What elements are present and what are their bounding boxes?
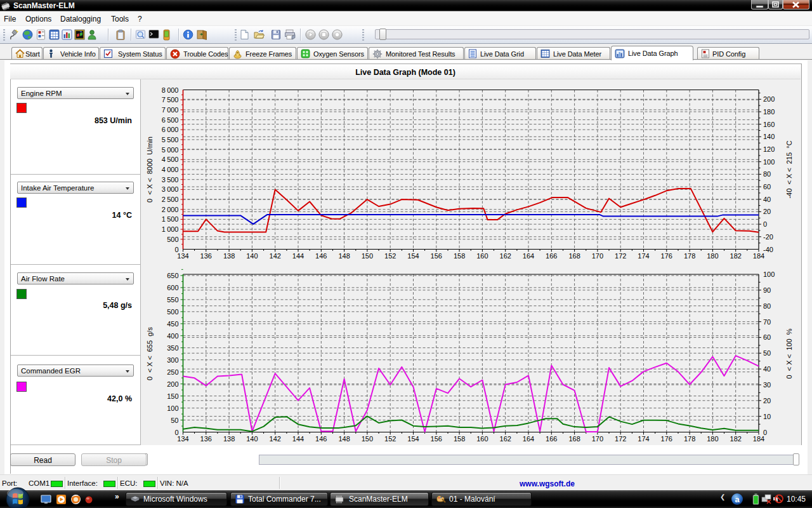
svg-text:152: 152 xyxy=(384,252,396,260)
svg-text:160: 160 xyxy=(763,121,775,128)
svg-text:144: 144 xyxy=(292,435,304,443)
svg-text:180: 180 xyxy=(763,108,775,116)
svg-text:6 000: 6 000 xyxy=(162,126,179,133)
svg-text:5 000: 5 000 xyxy=(162,146,179,154)
svg-text:650: 650 xyxy=(167,272,178,279)
svg-text:40: 40 xyxy=(763,196,771,203)
svg-text:136: 136 xyxy=(200,435,212,443)
svg-text:156: 156 xyxy=(431,435,442,443)
svg-text:100: 100 xyxy=(167,404,178,412)
svg-text:7 000: 7 000 xyxy=(162,106,179,114)
svg-text:138: 138 xyxy=(223,252,235,260)
svg-text:100: 100 xyxy=(763,158,775,166)
svg-text:154: 154 xyxy=(407,435,419,443)
svg-text:0 < X < 100 %: 0 < X < 100 % xyxy=(785,328,793,378)
svg-text:136: 136 xyxy=(200,252,212,260)
svg-text:300: 300 xyxy=(167,356,178,364)
svg-text:158: 158 xyxy=(454,435,465,443)
svg-text:174: 174 xyxy=(638,252,649,260)
svg-text:146: 146 xyxy=(315,252,327,260)
svg-text:50: 50 xyxy=(171,417,178,424)
svg-text:8 000: 8 000 xyxy=(162,86,179,94)
svg-text:2 500: 2 500 xyxy=(162,196,179,203)
svg-text:450: 450 xyxy=(167,320,178,328)
svg-text:154: 154 xyxy=(407,252,419,260)
svg-text:550: 550 xyxy=(167,296,178,304)
svg-text:148: 148 xyxy=(338,252,350,260)
svg-text:172: 172 xyxy=(615,435,626,443)
svg-text:140: 140 xyxy=(246,252,258,260)
svg-text:140: 140 xyxy=(246,435,258,443)
svg-text:500: 500 xyxy=(167,236,178,243)
svg-text:142: 142 xyxy=(270,252,281,260)
svg-text:164: 164 xyxy=(523,435,534,443)
svg-text:100: 100 xyxy=(763,271,775,278)
svg-text:148: 148 xyxy=(338,435,350,443)
svg-text:170: 170 xyxy=(592,435,603,443)
svg-text:166: 166 xyxy=(546,435,557,443)
svg-text:-20: -20 xyxy=(763,233,773,241)
svg-text:30: 30 xyxy=(763,381,771,389)
svg-text:160: 160 xyxy=(476,435,488,443)
svg-text:138: 138 xyxy=(223,435,235,443)
svg-text:184: 184 xyxy=(753,435,764,443)
svg-text:40: 40 xyxy=(763,365,771,373)
svg-text:150: 150 xyxy=(362,252,373,260)
svg-text:200: 200 xyxy=(167,380,178,388)
svg-text:134: 134 xyxy=(177,252,188,260)
svg-text:164: 164 xyxy=(523,252,534,260)
svg-text:174: 174 xyxy=(638,435,649,443)
svg-text:146: 146 xyxy=(315,435,327,443)
svg-text:500: 500 xyxy=(167,308,178,316)
svg-text:168: 168 xyxy=(568,435,580,443)
svg-text:60: 60 xyxy=(763,183,771,190)
svg-text:120: 120 xyxy=(763,145,775,153)
svg-text:80: 80 xyxy=(763,170,771,178)
svg-text:182: 182 xyxy=(730,435,742,443)
svg-text:250: 250 xyxy=(167,368,178,376)
svg-text:1 500: 1 500 xyxy=(162,215,179,223)
svg-text:400: 400 xyxy=(167,332,178,340)
svg-text:0 < X < 8000 U/min: 0 < X < 8000 U/min xyxy=(146,137,154,203)
svg-text:1 000: 1 000 xyxy=(162,225,179,233)
svg-text:178: 178 xyxy=(684,252,695,260)
svg-text:170: 170 xyxy=(592,252,603,260)
svg-text:162: 162 xyxy=(500,252,511,260)
svg-text:180: 180 xyxy=(707,252,718,260)
svg-text:70: 70 xyxy=(763,318,771,326)
svg-text:166: 166 xyxy=(546,252,557,260)
svg-text:200: 200 xyxy=(763,95,775,103)
svg-text:0 < X < 655 g/s: 0 < X < 655 g/s xyxy=(146,327,154,380)
svg-text:6 500: 6 500 xyxy=(162,116,179,124)
svg-text:180: 180 xyxy=(707,435,718,443)
svg-text:5 500: 5 500 xyxy=(162,136,179,144)
svg-text:4 500: 4 500 xyxy=(162,156,179,163)
svg-text:168: 168 xyxy=(568,252,580,260)
svg-text:a: a xyxy=(735,495,740,504)
svg-text:150: 150 xyxy=(362,435,373,443)
svg-text:2 000: 2 000 xyxy=(162,206,179,213)
svg-text:350: 350 xyxy=(167,344,178,352)
svg-text:156: 156 xyxy=(431,252,442,260)
svg-text:50: 50 xyxy=(763,349,771,357)
svg-text:184: 184 xyxy=(753,252,764,260)
svg-text:20: 20 xyxy=(763,397,771,404)
svg-text:150: 150 xyxy=(167,392,178,400)
svg-text:4 000: 4 000 xyxy=(162,166,179,173)
svg-text:176: 176 xyxy=(661,435,672,443)
svg-text:0: 0 xyxy=(763,220,767,228)
svg-text:-40 < X < 215 °C: -40 < X < 215 °C xyxy=(785,140,793,198)
svg-text:10: 10 xyxy=(763,413,771,420)
svg-text:7 500: 7 500 xyxy=(162,96,179,104)
svg-text:142: 142 xyxy=(270,435,281,443)
svg-text:3 500: 3 500 xyxy=(162,176,179,184)
svg-text:134: 134 xyxy=(177,435,188,443)
svg-text:90: 90 xyxy=(763,286,771,294)
svg-text:144: 144 xyxy=(292,252,304,260)
svg-text:600: 600 xyxy=(167,284,178,291)
svg-text:20: 20 xyxy=(763,208,771,215)
svg-text:3 000: 3 000 xyxy=(162,185,179,193)
svg-text:182: 182 xyxy=(730,252,742,260)
svg-text:158: 158 xyxy=(454,252,465,260)
svg-text:172: 172 xyxy=(615,252,626,260)
